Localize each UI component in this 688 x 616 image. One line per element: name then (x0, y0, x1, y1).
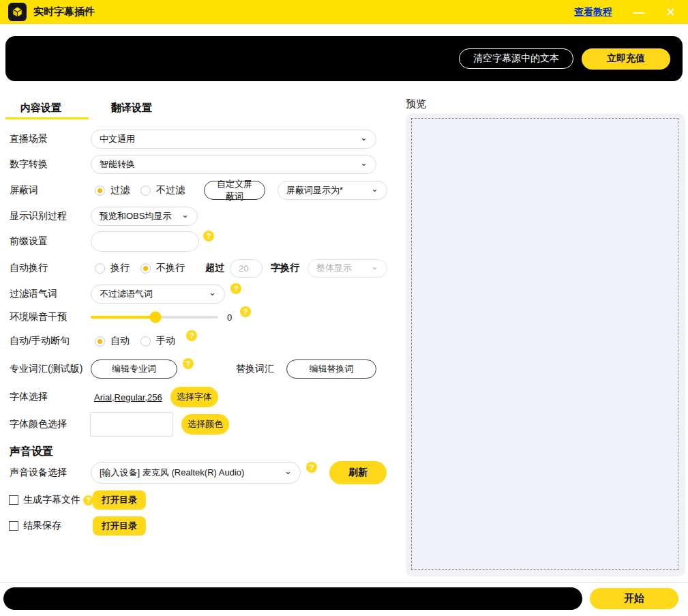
row-pro-vocab: 专业词汇(测试版) 编辑专业词 ? 替换词汇 编辑替换词 (10, 360, 376, 379)
row-number-convert: 数字转换 智能转换 ⌄ (10, 155, 376, 174)
titlebar: 实时字幕插件 查看教程 — ✕ (0, 0, 688, 24)
font-select-label: 字体选择 (10, 391, 91, 403)
prefix-input[interactable] (91, 231, 199, 252)
segmentation-help-icon[interactable]: ? (186, 330, 197, 341)
row-blocked-words: 屏蔽词 过滤 不过滤 自定义屏蔽词 屏蔽词显示为* ⌄ (10, 181, 387, 200)
wrap-radio[interactable] (95, 263, 105, 274)
no-wrap-radio[interactable] (140, 263, 151, 274)
chevron-down-icon: ⌄ (284, 467, 292, 475)
row-font-select: 字体选择 Arial,Regular,256 选择字体 (10, 387, 218, 407)
preview-box (411, 118, 678, 570)
live-scene-value: 中文通用 (100, 133, 135, 145)
row-result-save: 结果保存 打开目录 (9, 516, 61, 536)
row-font-color: 字体颜色选择 选择颜色 (10, 412, 229, 437)
blocked-filter-radio[interactable] (95, 186, 105, 196)
app-window: 实时字幕插件 查看教程 — ✕ 清空字幕源中的文本 立即充值 内容设置 翻译设置… (0, 0, 688, 616)
subtitle-file-checkbox[interactable] (9, 495, 18, 505)
font-color-input[interactable] (90, 412, 173, 437)
no-wrap-radio-label[interactable]: 不换行 (156, 262, 185, 274)
result-save-label[interactable]: 结果保存 (23, 520, 61, 532)
noise-value: 0 (227, 312, 232, 323)
result-save-checkbox[interactable] (9, 521, 18, 531)
blocked-no-filter-radio[interactable] (140, 186, 151, 196)
tab-translate-settings[interactable]: 翻译设置 (111, 102, 152, 115)
cube-icon (11, 5, 24, 18)
filler-words-select[interactable]: 不过滤语气词 ⌄ (91, 284, 225, 304)
sound-device-label: 声音设备选择 (10, 467, 91, 479)
noise-slider[interactable] (91, 316, 218, 319)
wrap-suffix-label: 字换行 (271, 262, 299, 274)
number-convert-label: 数字转换 (10, 158, 91, 171)
blocked-display-as-select[interactable]: 屏蔽词显示为* ⌄ (278, 181, 387, 200)
sound-device-select[interactable]: [输入设备] 麦克风 (Realtek(R) Audio) ⌄ (91, 462, 301, 484)
wrap-display-mode-select[interactable]: 整体显示 ⌄ (308, 259, 387, 278)
chevron-down-icon: ⌄ (360, 158, 368, 167)
auto-wrap-label: 自动换行 (10, 262, 91, 274)
refresh-button[interactable]: 刷新 (329, 461, 387, 484)
tutorial-link[interactable]: 查看教程 (574, 6, 612, 18)
custom-blocked-words-button[interactable]: 自定义屏蔽词 (204, 181, 265, 200)
wrap-count-input[interactable] (230, 259, 263, 278)
noise-help-icon[interactable]: ? (240, 306, 251, 317)
row-live-scene: 直播场景 中文通用 ⌄ (10, 130, 376, 149)
row-sound-device: 声音设备选择 [输入设备] 麦克风 (Realtek(R) Audio) ⌄ ?… (10, 461, 387, 484)
top-banner: 清空字幕源中的文本 立即充值 (5, 36, 683, 81)
auto-segment-radio[interactable] (95, 336, 105, 347)
chevron-down-icon: ⌄ (181, 210, 189, 219)
replace-vocab-label: 替换词汇 (236, 363, 274, 375)
noise-label: 环境噪音干预 (10, 311, 91, 323)
wrap-radio-label[interactable]: 换行 (110, 262, 130, 274)
sound-device-help-icon[interactable]: ? (306, 462, 317, 473)
live-scene-select[interactable]: 中文通用 ⌄ (91, 130, 376, 149)
pro-vocab-help-icon[interactable]: ? (183, 358, 194, 369)
prefix-help-icon[interactable]: ? (203, 231, 214, 241)
row-segmentation: 自动/手动断句 自动 手动 ? (10, 332, 197, 351)
sound-section-title: 声音设置 (10, 445, 53, 459)
auto-segment-radio-label[interactable]: 自动 (110, 335, 130, 347)
manual-segment-radio[interactable] (140, 336, 151, 347)
chevron-down-icon: ⌄ (209, 288, 216, 297)
choose-font-button[interactable]: 选择字体 (170, 387, 218, 407)
row-prefix: 前缀设置 ? (10, 231, 214, 252)
edit-replace-vocab-button[interactable]: 编辑替换词 (286, 360, 376, 379)
row-filler-words: 过滤语气词 不过滤语气词 ⌄ ? (10, 284, 241, 304)
recognition-display-select[interactable]: 预览和OBS均显示 ⌄ (91, 207, 198, 226)
app-logo (8, 3, 27, 21)
filler-words-help-icon[interactable]: ? (230, 283, 241, 294)
subtitle-file-help-icon[interactable]: ? (83, 495, 93, 505)
clear-subtitle-source-button[interactable]: 清空字幕源中的文本 (459, 48, 573, 69)
blocked-filter-radio-label[interactable]: 过滤 (110, 184, 130, 196)
live-scene-label: 直播场景 (10, 133, 91, 145)
open-subtitle-dir-button[interactable]: 打开目录 (93, 490, 146, 510)
subtitle-file-label[interactable]: 生成字幕文件 (23, 494, 80, 506)
filler-words-label: 过滤语气词 (10, 288, 91, 300)
footer-divider (0, 582, 688, 583)
wrap-display-mode-value: 整体显示 (316, 262, 352, 274)
sound-device-value: [输入设备] 麦克风 (Realtek(R) Audio) (100, 467, 244, 479)
blocked-no-filter-radio-label[interactable]: 不过滤 (156, 184, 185, 196)
filler-words-value: 不过滤语气词 (100, 288, 153, 300)
edit-pro-vocab-button[interactable]: 编辑专业词 (91, 360, 177, 379)
current-font-link[interactable]: Arial,Regular,256 (94, 392, 162, 402)
minimize-icon[interactable]: — (633, 6, 645, 18)
active-tab-underline (5, 117, 89, 119)
recharge-button[interactable]: 立即充值 (582, 48, 670, 70)
app-title: 实时字幕插件 (33, 5, 95, 18)
tab-content-settings[interactable]: 内容设置 (20, 102, 61, 115)
choose-color-button[interactable]: 选择颜色 (181, 414, 229, 435)
start-button[interactable]: 开始 (590, 588, 678, 609)
blocked-display-as-value: 屏蔽词显示为* (286, 184, 343, 196)
manual-segment-radio-label[interactable]: 手动 (156, 335, 175, 347)
chevron-down-icon: ⌄ (371, 184, 378, 193)
row-noise: 环境噪音干预 0 ? (10, 308, 251, 327)
over-label: 超过 (205, 262, 224, 274)
noise-slider-thumb[interactable] (150, 312, 162, 323)
number-convert-select[interactable]: 智能转换 ⌄ (91, 155, 376, 174)
open-result-dir-button[interactable]: 打开目录 (93, 516, 146, 536)
number-convert-value: 智能转换 (100, 158, 135, 171)
noise-slider-fill (91, 316, 155, 319)
status-bar (3, 587, 582, 610)
row-recognition-display: 显示识别过程 预览和OBS均显示 ⌄ (10, 207, 198, 226)
font-color-label: 字体颜色选择 (10, 418, 91, 430)
close-icon[interactable]: ✕ (665, 6, 676, 18)
